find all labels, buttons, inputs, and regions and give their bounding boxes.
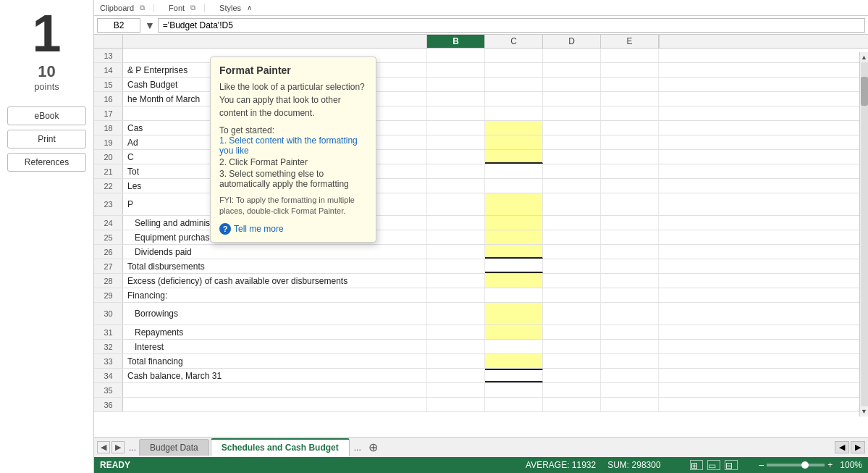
cell-19-b[interactable] — [427, 135, 485, 149]
vertical-scrollbar[interactable]: ▲ ▼ — [859, 52, 868, 417]
cell-22-d[interactable] — [543, 179, 601, 193]
scroll-thumb[interactable] — [861, 77, 868, 106]
cell-35-c[interactable] — [485, 383, 543, 397]
cell-14-e[interactable] — [601, 63, 659, 77]
cell-16-c[interactable] — [485, 92, 543, 106]
cell-20-b[interactable] — [427, 150, 485, 164]
col-header-c[interactable]: C — [485, 35, 543, 48]
cell-23-d[interactable] — [543, 193, 601, 215]
cell-13-d[interactable] — [543, 49, 601, 62]
cell-29-b[interactable] — [427, 288, 485, 302]
cell-29-e[interactable] — [601, 288, 659, 302]
zoom-slider[interactable] — [767, 464, 825, 466]
formula-input[interactable] — [158, 18, 865, 33]
cell-34-c[interactable] — [485, 369, 543, 382]
cell-16-b[interactable] — [427, 92, 485, 106]
cell-23-e[interactable] — [601, 193, 659, 215]
print-button[interactable]: Print — [7, 130, 86, 148]
cell-28-a[interactable]: Excess (deficiency) of cash available ov… — [123, 274, 427, 288]
formula-dropdown-icon[interactable]: ▼ — [145, 20, 155, 31]
scroll-down-btn[interactable]: ▼ — [859, 406, 868, 417]
cell-14-d[interactable] — [543, 63, 601, 77]
cell-19-d[interactable] — [543, 135, 601, 149]
cell-16-e[interactable] — [601, 92, 659, 106]
cell-32-a[interactable]: Interest — [123, 340, 427, 353]
cell-15-d[interactable] — [543, 78, 601, 91]
cell-35-a[interactable] — [123, 383, 427, 397]
cell-33-c[interactable] — [485, 354, 543, 368]
col-header-d[interactable]: D — [543, 35, 601, 48]
cell-26-a[interactable]: Dividends paid — [123, 245, 427, 259]
cell-21-c[interactable] — [485, 164, 543, 178]
ebook-button[interactable]: eBook — [7, 106, 86, 125]
cell-28-c[interactable] — [485, 274, 543, 288]
col-header-a[interactable] — [123, 35, 427, 48]
cell-35-b[interactable] — [427, 383, 485, 397]
scroll-up-btn[interactable]: ▲ — [859, 52, 868, 62]
zoom-plus-btn[interactable]: + — [827, 460, 833, 470]
cell-19-e[interactable] — [601, 135, 659, 149]
cell-26-e[interactable] — [601, 245, 659, 259]
cell-29-d[interactable] — [543, 288, 601, 302]
cell-30-e[interactable] — [601, 303, 659, 325]
cell-27-b[interactable] — [427, 259, 485, 273]
tell-more-link[interactable]: ? Tell me more — [219, 223, 367, 235]
cell-15-e[interactable] — [601, 78, 659, 91]
cell-35-e[interactable] — [601, 383, 659, 397]
cell-25-c[interactable] — [485, 230, 543, 244]
cell-18-c[interactable] — [485, 121, 543, 135]
cell-28-d[interactable] — [543, 274, 601, 288]
cell-26-b[interactable] — [427, 245, 485, 259]
cell-13-e[interactable] — [601, 49, 659, 62]
cell-22-c[interactable] — [485, 179, 543, 193]
cell-15-b[interactable] — [427, 78, 485, 91]
cell-24-d[interactable] — [543, 216, 601, 230]
cell-20-e[interactable] — [601, 150, 659, 164]
cell-22-b[interactable] — [427, 179, 485, 193]
cell-34-b[interactable] — [427, 369, 485, 382]
cell-24-b[interactable] — [427, 216, 485, 230]
tooltip-step-1-link[interactable]: 1. Select content with the formatting yo… — [219, 135, 358, 156]
cell-17-c[interactable] — [485, 106, 543, 120]
cell-21-d[interactable] — [543, 164, 601, 178]
cell-23-c[interactable] — [485, 193, 543, 215]
cell-25-e[interactable] — [601, 230, 659, 244]
schedules-cash-budget-tab[interactable]: Schedules and Cash Budget — [211, 438, 350, 456]
cell-35-d[interactable] — [543, 383, 601, 397]
cell-36-c[interactable] — [485, 398, 543, 411]
budget-data-tab[interactable]: Budget Data — [139, 439, 209, 456]
cell-33-e[interactable] — [601, 354, 659, 368]
cell-30-c[interactable] — [485, 303, 543, 325]
cell-34-e[interactable] — [601, 369, 659, 382]
cell-17-e[interactable] — [601, 106, 659, 120]
cell-27-c[interactable] — [485, 259, 543, 273]
tab-dots-right[interactable]: ... — [354, 443, 361, 453]
cell-18-e[interactable] — [601, 121, 659, 135]
cell-26-d[interactable] — [543, 245, 601, 259]
cell-36-a[interactable] — [123, 398, 427, 411]
cell-29-c[interactable] — [485, 288, 543, 302]
cell-31-c[interactable] — [485, 325, 543, 339]
cell-19-c[interactable] — [485, 135, 543, 149]
cell-36-b[interactable] — [427, 398, 485, 411]
cell-36-e[interactable] — [601, 398, 659, 411]
cell-36-d[interactable] — [543, 398, 601, 411]
add-sheet-button[interactable]: ⊕ — [364, 440, 382, 454]
cell-17-b[interactable] — [427, 106, 485, 120]
cell-22-e[interactable] — [601, 179, 659, 193]
cell-28-e[interactable] — [601, 274, 659, 288]
cell-20-c[interactable] — [485, 150, 543, 164]
cell-32-c[interactable] — [485, 340, 543, 353]
tab-nav-left[interactable]: ◀ — [97, 441, 110, 453]
cell-23-b[interactable] — [427, 193, 485, 215]
cell-25-b[interactable] — [427, 230, 485, 244]
cell-24-e[interactable] — [601, 216, 659, 230]
cell-31-b[interactable] — [427, 325, 485, 339]
cell-18-d[interactable] — [543, 121, 601, 135]
cell-26-c[interactable] — [485, 245, 543, 259]
cell-21-b[interactable] — [427, 164, 485, 178]
cell-28-b[interactable] — [427, 274, 485, 288]
cell-15-c[interactable] — [485, 78, 543, 91]
cell-32-b[interactable] — [427, 340, 485, 353]
cell-18-b[interactable] — [427, 121, 485, 135]
